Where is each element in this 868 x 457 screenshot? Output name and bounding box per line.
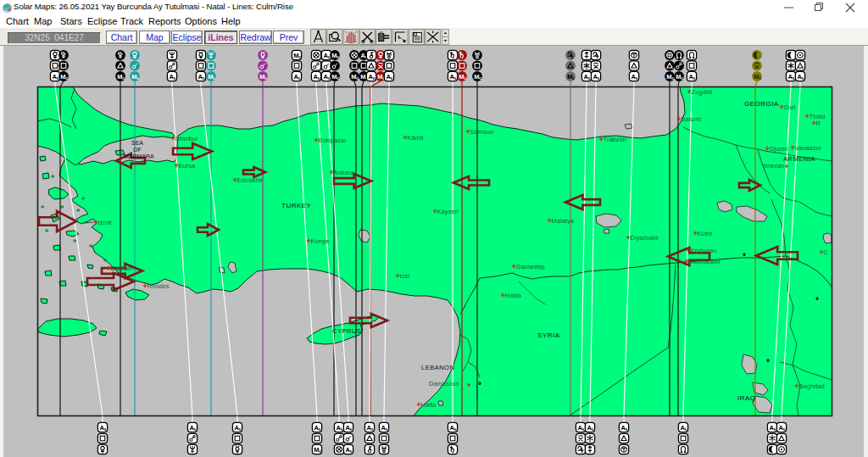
svg-text:Yerevan: Yerevan [761, 162, 784, 170]
svg-text:Istanbul: Istanbul [175, 135, 198, 142]
svg-text:Diyarbakir: Diyarbakir [631, 234, 659, 242]
svg-text:CYPRUS: CYPRUS [332, 327, 361, 335]
svg-text:s: s [349, 449, 352, 454]
svg-text:s: s [597, 75, 599, 81]
svg-text:IRAQ: IRAQ [737, 394, 756, 402]
svg-text:Eskipazar: Eskipazar [319, 137, 347, 144]
svg-text:Vanadzor: Vanadzor [795, 144, 822, 152]
svg-text:Haifa: Haifa [421, 401, 437, 409]
svg-text:c: c [337, 54, 339, 59]
svg-text:c: c [479, 75, 481, 81]
svg-text:Kâmil: Kâmil [408, 134, 424, 142]
svg-text:s: s [625, 426, 627, 432]
svg-text:Gaziantep: Gaziantep [516, 263, 545, 270]
svg-text:Halab: Halab [505, 292, 522, 299]
svg-text:s: s [340, 426, 342, 432]
svg-text:c: c [337, 75, 339, 81]
svg-text:c: c [65, 75, 68, 81]
svg-text:s: s [193, 426, 196, 432]
svg-text:s: s [327, 75, 330, 81]
svg-text:c: c [264, 75, 267, 81]
svg-text:s: s [587, 75, 590, 81]
svg-text:c: c [356, 75, 359, 81]
svg-text:c: c [671, 75, 674, 81]
svg-text:s: s [238, 426, 241, 432]
svg-text:s: s [693, 75, 695, 81]
svg-text:Bursa: Bursa [179, 162, 196, 170]
svg-text:s: s [173, 75, 175, 81]
svg-text:c: c [759, 75, 761, 81]
svg-text:c: c [136, 75, 139, 81]
svg-text:s: s [370, 426, 373, 432]
svg-text:Batumi: Batumi [682, 115, 702, 123]
svg-text:c: c [572, 75, 575, 81]
svg-text:s: s [792, 75, 794, 81]
svg-text:s: s [56, 75, 58, 81]
svg-text:TURKEY: TURKEY [281, 202, 312, 209]
svg-text:s: s [453, 75, 456, 81]
svg-text:s: s [318, 426, 320, 432]
svg-text:Rhodes: Rhodes [147, 282, 170, 290]
svg-text:Konya: Konya [311, 237, 330, 245]
svg-text:Kerburan: Kerburan [691, 247, 717, 254]
svg-text:R: R [816, 120, 821, 127]
svg-text:c: c [122, 75, 125, 81]
svg-text:s: s [385, 426, 387, 432]
svg-text:Kayseri: Kayseri [437, 208, 459, 215]
svg-text:LEBANON: LEBANON [421, 364, 454, 371]
svg-text:Damascus: Damascus [429, 380, 459, 387]
svg-text:s: s [773, 426, 776, 432]
svg-text:SEA: SEA [131, 140, 143, 146]
svg-text:Bodrum: Bodrum [111, 265, 133, 272]
svg-text:Zugdidi: Zugdidi [692, 88, 713, 96]
svg-text:Gori: Gori [784, 103, 797, 111]
svg-text:c: c [298, 54, 301, 59]
svg-text:s: s [453, 426, 456, 432]
svg-text:s: s [202, 75, 204, 81]
svg-text:C: C [824, 248, 829, 256]
svg-text:SYRIA: SYRIA [537, 332, 560, 339]
svg-text:Icel: Icel [400, 272, 410, 280]
svg-text:s: s [581, 426, 584, 432]
svg-text:s: s [635, 75, 637, 81]
svg-text:s: s [327, 54, 330, 59]
svg-text:Samsun: Samsun [470, 128, 494, 136]
svg-text:s: s [801, 75, 804, 81]
svg-text:OF: OF [133, 147, 142, 153]
svg-text:c: c [464, 75, 466, 81]
svg-text:s: s [372, 75, 375, 81]
svg-text:c: c [319, 449, 321, 454]
svg-text:Malatya: Malatya [552, 217, 575, 225]
svg-text:Dasvakaair: Dasvakaair [689, 258, 721, 265]
svg-text:Ankara: Ankara [334, 169, 355, 176]
svg-text:GEORGIA: GEORGIA [744, 100, 779, 108]
svg-text:s: s [684, 426, 687, 432]
svg-text:s: s [349, 426, 352, 432]
svg-text:c: c [213, 75, 215, 81]
svg-text:s: s [390, 75, 392, 81]
svg-text:c: c [681, 75, 683, 81]
svg-text:Izmir: Izmir [98, 219, 113, 226]
svg-text:Baghdad: Baghdad [799, 382, 825, 390]
svg-text:MARMARA: MARMARA [124, 153, 154, 159]
svg-text:s: s [317, 75, 320, 81]
svg-text:ARMENIA: ARMENIA [783, 155, 815, 163]
svg-text:s: s [103, 426, 106, 432]
svg-text:s: s [782, 426, 785, 432]
svg-text:s: s [591, 426, 593, 432]
svg-text:Eskisehir: Eskisehir [237, 176, 264, 184]
svg-text:Küfre: Küfre [698, 230, 713, 237]
svg-text:Gjumri: Gjumri [770, 145, 788, 153]
svg-text:Trabzon: Trabzon [604, 136, 626, 143]
svg-text:s: s [298, 75, 300, 81]
